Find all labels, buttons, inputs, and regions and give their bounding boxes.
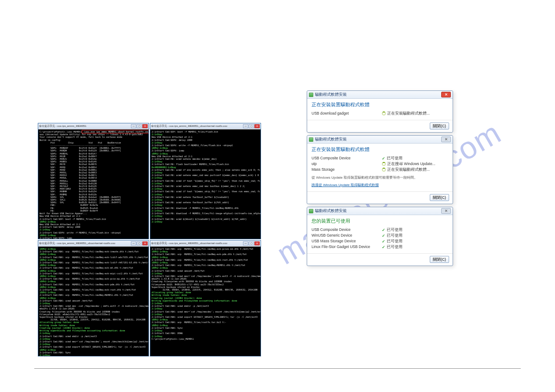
minimize-button[interactable]: — [131,124,136,128]
dialog-button-row: 關閉(C) [307,191,453,204]
window-buttons: — ▢ ✕ [243,241,260,245]
terminal-title: 命令提示字元 - uuu ips_emmc_MEM051_uboot-kerne… [151,124,227,128]
document-page: manualshive.com 命令提示字元 - uuu ips_emmc_ME… [34,9,521,369]
maximize-button[interactable]: ▢ [137,241,142,245]
window-buttons: — ▢ ✕ [131,124,148,128]
close-dialog-button[interactable]: 關閉(C) [430,194,449,201]
dialog-body: 正在安裝裝置驅動程式軟體 USB Composite Device✓已可使用ut… [307,144,453,191]
dialog-titlebar: 驅動程式軟體安裝 ✕ [307,136,453,144]
device-name: Mass Storage [312,167,382,173]
terminal-window-d: 命令提示字元 - uuu ips_emmc_MEM051_uboot-kerne… [150,240,261,356]
device-name: USB download gadget [312,111,382,116]
device-name: USB Mass Storage Device [312,238,382,244]
minimize-button[interactable]: — [243,124,248,128]
device-name: USB Composite Device [312,227,382,233]
driver-install-dialog-2: 驅動程式軟體安裝 ✕ 正在安裝裝置驅動程式軟體 USB Composite De… [307,135,453,204]
terminal-output: C:\project\mfgtool>.\uuu_MEM051.\uuu.exe… [38,129,149,239]
terminal-window-b: 命令提示字元 - uuu ips_emmc_MEM051_uboot-kerne… [150,123,261,239]
minimize-button[interactable]: — [131,241,136,245]
window-buttons: — ▢ ✕ [243,124,260,128]
driver-icon [309,209,313,213]
close-dialog-button[interactable]: 關閉(C) [430,122,449,129]
dialog-title: 驅動程式軟體安裝 [309,92,347,97]
dialog-title: 驅動程式軟體安裝 [309,137,347,142]
check-icon: ✓ [382,157,385,160]
dialog-note: 從 Windows Update 取得裝置驅動程式軟體可能需要等待一段時間。 [312,175,448,180]
close-button[interactable]: ✕ [142,124,148,128]
spinner-icon [382,168,386,172]
dialog-title: 驅動程式軟體安裝 [309,208,347,214]
terminal-title: 命令提示字元 - uuu ips_emmc_MEM051_uboot-kerne… [39,241,115,245]
device-row: USB Mass Storage Device✓已可使用 [312,238,448,244]
close-button[interactable]: ✕ [441,137,451,142]
device-status: ✓已可使用 [382,227,403,233]
terminal-output: 2:1>Start Cmd:SDP: boot -f MEM051_files/… [150,129,261,224]
terminal-output: 2:1>Start Cmd:FBK: ucp MEM051_files/fsl-… [150,247,261,341]
device-row: USB download gadget 正在安裝驅動程式軟體... [312,111,448,116]
terminal-window-c: 命令提示字元 - uuu ips_emmc_MEM051_uboot-kerne… [38,240,149,356]
terminal-title: 命令提示字元 - uuu ips_emmc_MEM051_uboot-kerne… [151,241,227,245]
terminal-titlebar: 命令提示字元 - uuu ips_emmc_MEM051_uboot-kerne… [150,123,261,129]
device-status: 正在安裝驅動程式軟體... [382,167,430,173]
driver-dialog-column: 驅動程式軟體安裝 ✕ 正在安裝裝置驅動程式軟體 USB download gad… [307,90,453,266]
device-row: Linux File-Stor Gadget USB Device✓已可使用 [312,244,448,250]
device-status: ✓已可使用 [382,233,403,238]
device-name: USB Composite Device [312,155,382,161]
device-row: utp正在搜尋 Windows Update... [312,161,448,167]
close-button[interactable]: ✕ [441,208,451,214]
driver-install-dialog-3: 驅動程式軟體安裝 ✕ 您的裝置已可使用 USB Composite Device… [307,207,453,266]
terminal-titlebar: 命令提示字元 - uuu ips_emmc_MEM051_uboot-kerne… [150,241,261,247]
dialog-heading: 您的裝置已可使用 [312,218,448,224]
device-row: WinUSB Generic Device✓已可使用 [312,233,448,238]
dialog-button-row: 關閉(C) [307,120,453,132]
driver-icon [309,137,313,142]
dialog-button-row: 關閉(C) [307,253,453,266]
terminal-output: 100%2:1>Okay2:1>Start Cmd:FBK: ucp MEM05… [38,247,149,356]
window-buttons: — ▢ ✕ [131,241,148,245]
check-icon: ✓ [382,234,385,237]
maximize-button[interactable]: ▢ [137,124,142,128]
check-icon: ✓ [382,228,385,232]
skip-windows-update-link[interactable]: 跳過從 Windows Update 取得驅動程式軟體 [312,183,379,187]
device-name: utp [312,161,382,167]
maximize-button[interactable]: ▢ [249,241,254,245]
device-status: 正在安裝驅動程式軟體... [382,111,430,116]
terminal-window-a: 命令提示字元 - uuu ips_emmc_MEM051 — ▢ ✕ C:\pr… [38,123,149,239]
terminal-titlebar: 命令提示字元 - uuu ips_emmc_MEM051_uboot-kerne… [38,241,149,247]
dialog-titlebar: 驅動程式軟體安裝 ✕ [307,91,453,99]
terminal-title: 命令提示字元 - uuu ips_emmc_MEM051 [39,124,87,128]
dialog-body: 正在安裝裝置驅動程式軟體 USB download gadget 正在安裝驅動程… [307,99,453,120]
dialog-heading: 正在安裝裝置驅動程式軟體 [312,146,448,153]
close-button[interactable]: ✕ [441,92,451,97]
dialog-body: 您的裝置已可使用 USB Composite Device✓已可使用WinUSB… [307,215,453,253]
close-dialog-button[interactable]: 關閉(C) [430,256,449,263]
device-name: WinUSB Generic Device [312,233,382,238]
check-icon: ✓ [382,240,385,243]
close-button[interactable]: ✕ [142,241,148,245]
device-status: ✓已可使用 [382,238,403,244]
dialog-titlebar: 驅動程式軟體安裝 ✕ [307,207,453,215]
device-status: ✓已可使用 [382,155,403,161]
check-icon: ✓ [382,245,385,249]
close-button[interactable]: ✕ [254,124,260,128]
maximize-button[interactable]: ▢ [249,124,254,128]
terminal-titlebar: 命令提示字元 - uuu ips_emmc_MEM051 — ▢ ✕ [38,123,149,129]
driver-icon [309,93,313,97]
device-status: ✓已可使用 [382,244,403,250]
device-row: USB Composite Device✓已可使用 [312,227,448,233]
driver-install-dialog-1: 驅動程式軟體安裝 ✕ 正在安裝裝置驅動程式軟體 USB download gad… [307,90,453,133]
device-row: Mass Storage正在安裝驅動程式軟體... [312,167,448,173]
spinner-icon [382,162,386,166]
terminal-grid: 命令提示字元 - uuu ips_emmc_MEM051 — ▢ ✕ C:\pr… [38,123,261,356]
dialog-heading: 正在安裝裝置驅動程式軟體 [312,101,448,108]
device-status: 正在搜尋 Windows Update... [382,161,435,167]
close-button[interactable]: ✕ [254,241,260,245]
device-row: USB Composite Device✓已可使用 [312,155,448,161]
spinner-icon [382,111,386,115]
minimize-button[interactable]: — [243,241,248,245]
device-name: Linux File-Stor Gadget USB Device [312,244,382,250]
